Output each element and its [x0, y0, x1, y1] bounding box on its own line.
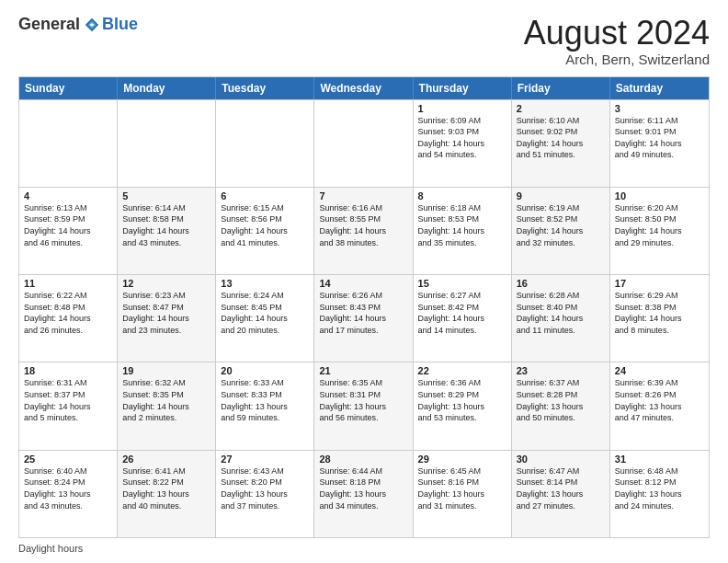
day-number: 24 [615, 365, 704, 376]
day-number: 19 [122, 365, 210, 376]
day-number: 12 [122, 278, 210, 289]
day-number: 4 [24, 190, 112, 201]
day-info: Sunrise: 6:15 AM Sunset: 8:56 PM Dayligh… [221, 202, 309, 248]
day-number: 17 [615, 278, 704, 289]
day-info: Sunrise: 6:44 AM Sunset: 8:18 PM Dayligh… [319, 465, 407, 511]
calendar-cell: 17Sunrise: 6:29 AM Sunset: 8:38 PM Dayli… [610, 275, 709, 362]
cal-header-day: Saturday [610, 77, 709, 99]
day-info: Sunrise: 6:19 AM Sunset: 8:52 PM Dayligh… [517, 202, 605, 248]
day-info: Sunrise: 6:32 AM Sunset: 8:35 PM Dayligh… [122, 377, 210, 423]
day-number: 7 [319, 190, 407, 201]
calendar-row: 1Sunrise: 6:09 AM Sunset: 9:03 PM Daylig… [19, 99, 709, 187]
calendar-cell: 26Sunrise: 6:41 AM Sunset: 8:22 PM Dayli… [118, 451, 216, 537]
day-number: 6 [221, 190, 309, 201]
day-number: 25 [24, 454, 112, 465]
calendar-cell [118, 100, 216, 187]
day-number: 28 [319, 454, 407, 465]
calendar-cell: 21Sunrise: 6:35 AM Sunset: 8:31 PM Dayli… [314, 362, 413, 449]
logo-icon [84, 17, 100, 33]
calendar: SundayMondayTuesdayWednesdayThursdayFrid… [18, 76, 710, 538]
day-info: Sunrise: 6:20 AM Sunset: 8:50 PM Dayligh… [615, 202, 704, 248]
calendar-cell: 19Sunrise: 6:32 AM Sunset: 8:35 PM Dayli… [118, 362, 216, 449]
day-number: 16 [517, 278, 605, 289]
calendar-cell: 20Sunrise: 6:33 AM Sunset: 8:33 PM Dayli… [216, 362, 314, 449]
day-info: Sunrise: 6:45 AM Sunset: 8:16 PM Dayligh… [418, 465, 506, 511]
calendar-cell: 1Sunrise: 6:09 AM Sunset: 9:03 PM Daylig… [414, 100, 512, 187]
calendar-cell [19, 100, 118, 187]
calendar-cell: 18Sunrise: 6:31 AM Sunset: 8:37 PM Dayli… [19, 362, 118, 449]
calendar-cell: 9Sunrise: 6:19 AM Sunset: 8:52 PM Daylig… [512, 188, 610, 274]
day-number: 26 [122, 454, 210, 465]
logo: General Blue [18, 15, 138, 34]
day-info: Sunrise: 6:22 AM Sunset: 8:48 PM Dayligh… [24, 290, 112, 336]
day-info: Sunrise: 6:18 AM Sunset: 8:53 PM Dayligh… [418, 202, 506, 248]
day-info: Sunrise: 6:16 AM Sunset: 8:55 PM Dayligh… [319, 202, 407, 248]
day-info: Sunrise: 6:14 AM Sunset: 8:58 PM Dayligh… [122, 202, 210, 248]
day-number: 29 [418, 454, 506, 465]
logo-blue: Blue [102, 15, 138, 34]
calendar-cell: 4Sunrise: 6:13 AM Sunset: 8:59 PM Daylig… [19, 188, 118, 274]
day-info: Sunrise: 6:47 AM Sunset: 8:14 PM Dayligh… [517, 465, 605, 511]
day-number: 3 [615, 103, 704, 114]
day-number: 10 [615, 190, 704, 201]
day-number: 20 [221, 365, 309, 376]
day-info: Sunrise: 6:31 AM Sunset: 8:37 PM Dayligh… [24, 377, 112, 423]
calendar-row: 11Sunrise: 6:22 AM Sunset: 8:48 PM Dayli… [19, 274, 709, 362]
day-info: Sunrise: 6:28 AM Sunset: 8:40 PM Dayligh… [517, 290, 605, 336]
calendar-cell: 12Sunrise: 6:23 AM Sunset: 8:47 PM Dayli… [118, 275, 216, 362]
calendar-cell: 27Sunrise: 6:43 AM Sunset: 8:20 PM Dayli… [216, 451, 314, 537]
page: General Blue August 2024 Arch, Bern, Swi… [0, 0, 728, 563]
day-number: 22 [418, 365, 506, 376]
day-info: Sunrise: 6:23 AM Sunset: 8:47 PM Dayligh… [122, 290, 210, 336]
calendar-cell: 29Sunrise: 6:45 AM Sunset: 8:16 PM Dayli… [414, 451, 512, 537]
calendar-cell: 22Sunrise: 6:36 AM Sunset: 8:29 PM Dayli… [414, 362, 512, 449]
day-number: 21 [319, 365, 407, 376]
calendar-cell: 10Sunrise: 6:20 AM Sunset: 8:50 PM Dayli… [610, 188, 709, 274]
cal-header-day: Friday [512, 77, 610, 99]
day-info: Sunrise: 6:43 AM Sunset: 8:20 PM Dayligh… [221, 465, 309, 511]
header: General Blue August 2024 Arch, Bern, Swi… [18, 15, 710, 67]
calendar-cell: 30Sunrise: 6:47 AM Sunset: 8:14 PM Dayli… [512, 451, 610, 537]
calendar-cell: 3Sunrise: 6:11 AM Sunset: 9:01 PM Daylig… [610, 100, 709, 187]
logo-general: General [18, 15, 80, 34]
subtitle: Arch, Bern, Switzerland [524, 52, 710, 67]
calendar-cell: 6Sunrise: 6:15 AM Sunset: 8:56 PM Daylig… [216, 188, 314, 274]
day-info: Sunrise: 6:24 AM Sunset: 8:45 PM Dayligh… [221, 290, 309, 336]
day-number: 1 [418, 103, 506, 114]
day-info: Sunrise: 6:48 AM Sunset: 8:12 PM Dayligh… [615, 465, 704, 511]
day-number: 9 [517, 190, 605, 201]
day-info: Sunrise: 6:29 AM Sunset: 8:38 PM Dayligh… [615, 290, 704, 336]
calendar-cell: 2Sunrise: 6:10 AM Sunset: 9:02 PM Daylig… [512, 100, 610, 187]
day-info: Sunrise: 6:33 AM Sunset: 8:33 PM Dayligh… [221, 377, 309, 423]
day-number: 14 [319, 278, 407, 289]
day-number: 8 [418, 190, 506, 201]
calendar-cell: 7Sunrise: 6:16 AM Sunset: 8:55 PM Daylig… [314, 188, 413, 274]
calendar-cell: 14Sunrise: 6:26 AM Sunset: 8:43 PM Dayli… [314, 275, 413, 362]
day-number: 30 [517, 454, 605, 465]
footer-note: Daylight hours [18, 543, 710, 554]
day-info: Sunrise: 6:13 AM Sunset: 8:59 PM Dayligh… [24, 202, 112, 248]
calendar-row: 4Sunrise: 6:13 AM Sunset: 8:59 PM Daylig… [19, 187, 709, 274]
calendar-cell [314, 100, 413, 187]
calendar-cell: 13Sunrise: 6:24 AM Sunset: 8:45 PM Dayli… [216, 275, 314, 362]
calendar-row: 25Sunrise: 6:40 AM Sunset: 8:24 PM Dayli… [19, 450, 709, 537]
day-info: Sunrise: 6:10 AM Sunset: 9:02 PM Dayligh… [517, 115, 605, 161]
main-title: August 2024 [524, 15, 710, 52]
calendar-cell: 11Sunrise: 6:22 AM Sunset: 8:48 PM Dayli… [19, 275, 118, 362]
day-info: Sunrise: 6:40 AM Sunset: 8:24 PM Dayligh… [24, 465, 112, 511]
calendar-cell: 25Sunrise: 6:40 AM Sunset: 8:24 PM Dayli… [19, 451, 118, 537]
calendar-header: SundayMondayTuesdayWednesdayThursdayFrid… [19, 77, 709, 99]
calendar-cell: 8Sunrise: 6:18 AM Sunset: 8:53 PM Daylig… [414, 188, 512, 274]
day-number: 27 [221, 454, 309, 465]
calendar-cell: 5Sunrise: 6:14 AM Sunset: 8:58 PM Daylig… [118, 188, 216, 274]
title-block: August 2024 Arch, Bern, Switzerland [524, 15, 710, 67]
day-number: 5 [122, 190, 210, 201]
logo-text: General Blue [18, 15, 138, 34]
day-info: Sunrise: 6:36 AM Sunset: 8:29 PM Dayligh… [418, 377, 506, 423]
cal-header-day: Tuesday [216, 77, 314, 99]
cal-header-day: Monday [118, 77, 216, 99]
day-info: Sunrise: 6:39 AM Sunset: 8:26 PM Dayligh… [615, 377, 704, 423]
calendar-cell: 24Sunrise: 6:39 AM Sunset: 8:26 PM Dayli… [610, 362, 709, 449]
day-number: 13 [221, 278, 309, 289]
calendar-row: 18Sunrise: 6:31 AM Sunset: 8:37 PM Dayli… [19, 362, 709, 449]
